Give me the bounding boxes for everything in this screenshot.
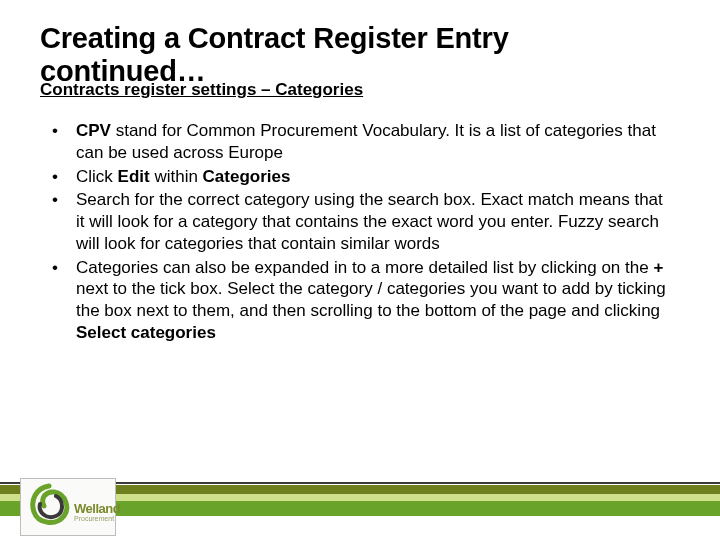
text: stand for Common Procurement Vocabulary.… xyxy=(76,121,656,162)
slide-subtitle: Contracts register settings – Categories xyxy=(40,80,363,100)
text-bold: Edit xyxy=(118,167,150,186)
text-bold: + xyxy=(653,258,663,277)
slide: Creating a Contract Register Entry conti… xyxy=(0,0,720,540)
text: next to the tick box. Select the categor… xyxy=(76,279,666,320)
list-item: Search for the correct category using th… xyxy=(52,189,666,254)
brand-logo: Welland Procurement xyxy=(20,478,116,536)
text: Categories can also be expanded in to a … xyxy=(76,258,653,277)
slide-title: Creating a Contract Register Entry conti… xyxy=(40,22,680,88)
swirl-icon xyxy=(26,482,72,528)
text-bold: Categories xyxy=(203,167,291,186)
logo-brand-top: Welland xyxy=(74,502,120,515)
bullet-list: CPV stand for Common Procurement Vocabul… xyxy=(52,120,666,346)
logo-text: Welland Procurement xyxy=(74,502,120,522)
logo-brand-bottom: Procurement xyxy=(74,515,120,522)
text: Search for the correct category using th… xyxy=(76,190,663,253)
text-bold: CPV xyxy=(76,121,111,140)
text-bold: Select categories xyxy=(76,323,216,342)
text: within xyxy=(150,167,203,186)
text: Click xyxy=(76,167,118,186)
list-item: Categories can also be expanded in to a … xyxy=(52,257,666,344)
list-item: CPV stand for Common Procurement Vocabul… xyxy=(52,120,666,164)
list-item: Click Edit within Categories xyxy=(52,166,666,188)
